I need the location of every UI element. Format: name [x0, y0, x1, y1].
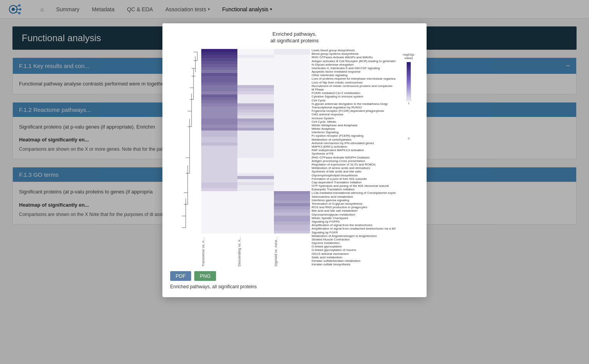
- heatmap-cell: [274, 225, 310, 228]
- heatmap-cell: [201, 152, 237, 155]
- heatmap-cell: [274, 206, 310, 209]
- heatmap-cell: [201, 82, 237, 85]
- heatmap-cell: [274, 152, 310, 155]
- row-label: Striated Muscle Contraction: [312, 238, 396, 240]
- heatmap-cell: [237, 122, 274, 125]
- heatmap-cell: [274, 88, 310, 91]
- heatmap-cell: [237, 179, 274, 182]
- row-label: OAS antiviral response: [312, 113, 396, 117]
- heatmap-cell: [237, 185, 274, 188]
- heatmap-cell: [274, 212, 310, 216]
- heatmap-cell: [201, 212, 237, 216]
- heatmap-area: Transverse vs. AscendingDescending vs. A…: [170, 49, 419, 240]
- heatmap-cell: [274, 191, 310, 194]
- heatmap-cell: [274, 103, 310, 106]
- heatmap-cell: [274, 149, 310, 152]
- heatmap-cell: [237, 197, 274, 200]
- heatmap-cell: [237, 182, 274, 185]
- heatmap-cell: [274, 216, 310, 219]
- row-label: Mitotic Anaphase: [312, 127, 396, 131]
- heatmap-cell: [237, 94, 274, 98]
- heatmap-cell: [237, 58, 274, 61]
- heatmap-cell: [274, 94, 310, 98]
- heatmap-col-1: [237, 49, 274, 234]
- row-label: N-Glycan antennae elongation: [312, 63, 396, 67]
- heatmap-cell: [201, 194, 237, 197]
- heatmap-cell: [274, 197, 310, 200]
- heatmap-cell: [237, 155, 274, 158]
- dendrogram-left: [170, 49, 201, 240]
- heatmap-cell: [274, 209, 310, 212]
- heatmap-cell: [274, 143, 310, 146]
- heatmap-cell: [201, 125, 237, 128]
- row-label: Regulation of expression of SLITs and RO…: [312, 163, 396, 167]
- heatmap-cell: [274, 98, 310, 101]
- heatmap-cell: [201, 58, 237, 61]
- row-label: Cell Cycle: [312, 99, 396, 102]
- heatmap-cell: [237, 209, 274, 212]
- heatmap-cell: [237, 55, 274, 58]
- heatmap-cell: [274, 100, 310, 103]
- row-label: Antiviral mechanism by IFN-stimulated ge…: [312, 142, 396, 145]
- heatmap-cell: [274, 58, 310, 61]
- heatmap-cell: [237, 225, 274, 228]
- heatmap-cell: [237, 221, 274, 225]
- heatmap-cell: [201, 79, 237, 82]
- heatmap-cell: [201, 167, 237, 170]
- heatmap-cell: [274, 140, 310, 143]
- heatmap-cell: [274, 73, 310, 76]
- heatmap-cell: [237, 216, 274, 219]
- heatmap-cell: [201, 115, 237, 118]
- heatmap-cell: [274, 231, 310, 234]
- heatmap-cell: [237, 218, 274, 221]
- heatmap-cell: [274, 203, 310, 206]
- row-label: Fc epsilon receptor (FCERI) signaling: [312, 134, 396, 138]
- heatmap-cell: [237, 103, 274, 106]
- heatmap-cell: [201, 100, 237, 103]
- heatmap-cell: [237, 118, 274, 122]
- heatmap-cell: [274, 106, 310, 110]
- row-label: Blood group systems biosynthesis: [312, 52, 396, 56]
- heatmap-cell: [274, 61, 310, 64]
- heatmap-cell: [237, 73, 274, 76]
- heatmap-cell: [237, 158, 274, 161]
- row-label: Amplification of signal from the kinetoc…: [312, 224, 396, 227]
- heatmap-grid-wrap: Transverse vs. AscendingDescending vs. A…: [201, 49, 310, 240]
- heatmap-cell: [201, 164, 237, 167]
- heatmap-cell: [274, 64, 310, 67]
- heatmap-cell: [201, 155, 237, 158]
- row-label: Interferon gamma signaling: [312, 199, 396, 202]
- heatmap-col-2: [274, 49, 310, 234]
- heatmap-cell: [201, 91, 237, 94]
- heatmap-cell: [201, 94, 237, 98]
- heatmap-cell: [237, 131, 274, 134]
- row-labels: Lewis blood group biosynthesisBlood grou…: [310, 49, 396, 240]
- modal-overlay[interactable]: Enriched pathways, all significant prote…: [0, 0, 589, 240]
- heatmap-cell: [274, 110, 310, 113]
- heatmap-cell: [201, 49, 237, 52]
- col-label-2: Sigmoid vs. Ascending: [274, 235, 310, 240]
- heatmap-cell: [201, 113, 237, 116]
- row-label: Immune System: [312, 117, 396, 120]
- heatmap-cell: [201, 88, 237, 91]
- heatmap-cell: [274, 221, 310, 225]
- row-label: Signaling by FGFR: [312, 231, 396, 234]
- heatmap-cell: [201, 188, 237, 191]
- heatmap-cell: [274, 179, 310, 182]
- heatmap-cell: [237, 82, 274, 85]
- legend-max: 1: [408, 101, 410, 105]
- heatmap-cell: [237, 137, 274, 140]
- heatmap-cell: [274, 182, 310, 185]
- row-label: Metabolism of Angiotensinogen to Angiote…: [312, 235, 396, 238]
- row-label: Eukaryotic Translation Initiation: [312, 188, 396, 192]
- heatmap-cell: [201, 128, 237, 131]
- heatmap-cell: [237, 67, 274, 70]
- heatmap-cell: [201, 228, 237, 231]
- heatmap-cell: [274, 113, 310, 116]
- heatmap-cell: [201, 122, 237, 125]
- heatmap-cell: [274, 131, 310, 134]
- heatmap-cell: [237, 106, 274, 110]
- heatmap-cell: [237, 143, 274, 146]
- heatmap-cell: [274, 176, 310, 179]
- heatmap-cell: [237, 134, 274, 137]
